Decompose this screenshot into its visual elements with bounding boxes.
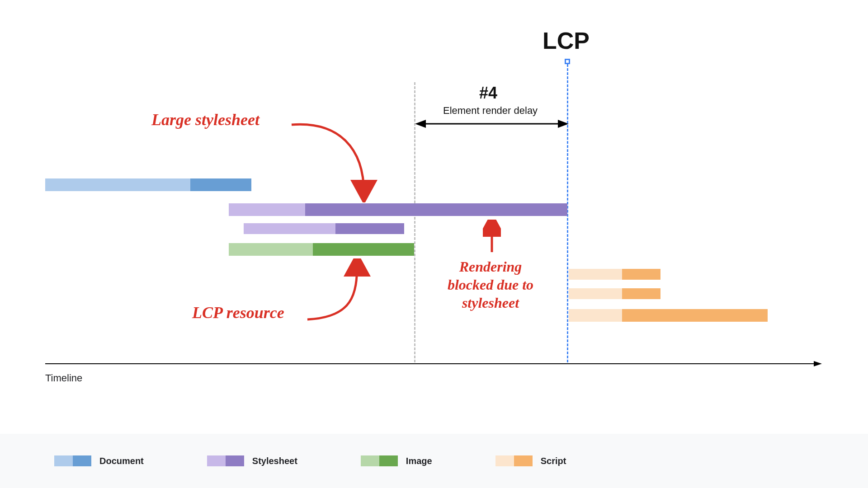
bar-stylesheet-2 — [244, 223, 404, 234]
lcp-title: LCP — [542, 27, 590, 54]
render-start-line — [414, 82, 415, 362]
legend-item-script: Script — [495, 455, 566, 466]
legend-label-stylesheet: Stylesheet — [252, 456, 297, 466]
phase-extent-arrow — [415, 118, 569, 129]
bar-script-3 — [569, 309, 768, 322]
legend-label-image: Image — [406, 456, 432, 466]
annotation-blocked: Rendering blocked due to stylesheet — [439, 258, 542, 312]
annotation-lcp-resource: LCP resource — [192, 303, 284, 323]
legend-swatch-image — [361, 455, 398, 466]
legend-label-script: Script — [541, 456, 566, 466]
legend-item-stylesheet: Stylesheet — [207, 455, 297, 466]
legend-item-image: Image — [361, 455, 432, 466]
bar-script-1 — [569, 269, 660, 280]
legend-swatch-document — [54, 455, 91, 466]
bar-stylesheet-1 — [229, 203, 567, 216]
annotation-large-stylesheet: Large stylesheet — [151, 110, 259, 130]
legend: Document Stylesheet Image Script — [0, 434, 868, 488]
lcp-marker-handle — [565, 59, 570, 64]
phase-label: Element render delay — [443, 105, 538, 117]
legend-swatch-stylesheet — [207, 455, 244, 466]
arrow-blocked — [483, 220, 501, 256]
legend-swatch-script — [495, 455, 533, 466]
arrow-lcp-resource — [303, 258, 380, 326]
legend-item-document: Document — [54, 455, 144, 466]
bar-document — [45, 178, 251, 191]
arrow-large-stylesheet — [289, 117, 380, 202]
legend-label-document: Document — [99, 456, 144, 466]
timeline-axis — [45, 359, 823, 368]
bar-script-2 — [569, 288, 660, 299]
axis-label: Timeline — [45, 372, 82, 384]
bar-image — [229, 243, 414, 256]
phase-number: #4 — [479, 84, 497, 103]
